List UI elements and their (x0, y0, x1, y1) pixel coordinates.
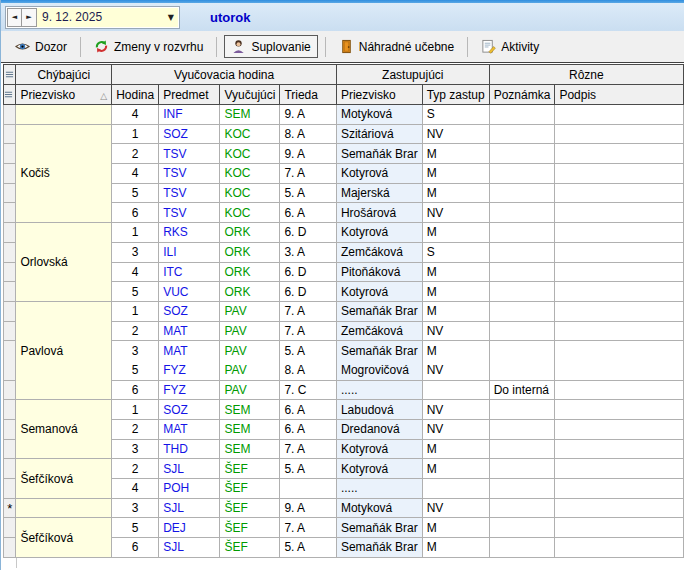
cell-podpis[interactable] (555, 518, 684, 538)
cell-vyucujuci[interactable]: ORK (220, 242, 280, 262)
row-selector[interactable] (4, 144, 16, 164)
cell-poznamka[interactable] (489, 144, 555, 164)
cell-vyucujuci[interactable]: SEM (220, 105, 280, 125)
column-header[interactable]: Trieda (280, 85, 337, 105)
cell-zastupujuci[interactable]: Kotyrová (336, 439, 422, 459)
cell-zastupujuci[interactable]: Pitoňáková (336, 262, 422, 282)
row-selector[interactable] (4, 203, 16, 223)
row-selector[interactable] (4, 164, 16, 184)
cell-podpis[interactable] (555, 183, 684, 203)
cell-zastupujuci[interactable]: Majerská (336, 183, 422, 203)
cell-zastupujuci[interactable]: Motyková (336, 498, 422, 518)
cell-predmet[interactable]: ITC (159, 262, 220, 282)
cell-typ[interactable]: M (422, 262, 489, 282)
cell-poznamka[interactable] (489, 439, 555, 459)
row-selector[interactable] (4, 301, 16, 321)
cell-zastupujuci[interactable]: Hrošárová (336, 203, 422, 223)
cell-trieda[interactable]: 6. A (280, 203, 337, 223)
cell-predmet[interactable]: SJL (159, 498, 220, 518)
cell-hodina[interactable]: 4 (112, 479, 159, 499)
cell-zastupujuci[interactable]: ..... (336, 380, 422, 400)
cell-podpis[interactable] (555, 498, 684, 518)
cell-vyucujuci[interactable]: ŠEF (220, 459, 280, 479)
cell-poznamka[interactable] (489, 360, 555, 380)
cell-predmet[interactable]: DEJ (159, 518, 220, 538)
missing-teacher-cell[interactable]: Semanová (16, 400, 112, 459)
row-selector[interactable] (4, 360, 16, 380)
cell-poznamka[interactable] (489, 203, 555, 223)
cell-predmet[interactable]: MAT (159, 321, 220, 341)
column-header[interactable]: Vyučujúci (220, 85, 280, 105)
cell-vyucujuci[interactable]: KOC (220, 144, 280, 164)
cell-poznamka[interactable] (489, 183, 555, 203)
cell-predmet[interactable]: VUC (159, 282, 220, 302)
cell-typ[interactable] (422, 380, 489, 400)
cell-hodina[interactable]: 4 (112, 105, 159, 125)
cell-vyucujuci[interactable]: KOC (220, 203, 280, 223)
cell-zastupujuci[interactable]: Semaňák Brar (336, 144, 422, 164)
cell-typ[interactable]: M (422, 301, 489, 321)
tab-zmeny-v-rozvrhu[interactable]: Zmeny v rozvrhu (88, 36, 209, 57)
cell-hodina[interactable]: 3 (112, 498, 159, 518)
cell-zastupujuci[interactable]: Kotyrová (336, 282, 422, 302)
row-selector[interactable] (4, 124, 16, 144)
cell-typ[interactable]: S (422, 242, 489, 262)
cell-hodina[interactable]: 5 (112, 360, 159, 380)
cell-zastupujuci[interactable]: Zemčáková (336, 321, 422, 341)
column-header[interactable]: Poznámka (489, 85, 555, 105)
cell-poznamka[interactable] (489, 164, 555, 184)
cell-trieda[interactable]: 8. A (280, 360, 337, 380)
calendar-dropdown-button[interactable]: ▼ (168, 13, 174, 22)
cell-podpis[interactable] (555, 400, 684, 420)
row-selector[interactable] (4, 420, 16, 440)
cell-typ[interactable]: NV (422, 321, 489, 341)
cell-zastupujuci[interactable]: Kotyrová (336, 459, 422, 479)
cell-hodina[interactable]: 5 (112, 518, 159, 538)
cell-trieda[interactable]: 9. A (280, 144, 337, 164)
cell-poznamka[interactable] (489, 321, 555, 341)
missing-teacher-cell[interactable]: Šefčíková (16, 459, 112, 498)
cell-trieda[interactable]: 7. A (280, 439, 337, 459)
cell-trieda[interactable]: 6. A (280, 420, 337, 440)
tab-nahradne-ucebne[interactable]: Náhradné učebne (333, 36, 460, 57)
tab-dozor[interactable]: Dozor (9, 36, 73, 57)
cell-zastupujuci[interactable]: Semaňák Brar (336, 518, 422, 538)
cell-trieda[interactable]: 5. A (280, 183, 337, 203)
row-selector[interactable] (4, 518, 16, 538)
cell-poznamka[interactable] (489, 498, 555, 518)
cell-podpis[interactable] (555, 105, 684, 125)
cell-podpis[interactable] (555, 341, 684, 361)
row-selector[interactable] (4, 459, 16, 479)
cell-vyucujuci[interactable]: ORK (220, 282, 280, 302)
cell-podpis[interactable] (555, 538, 684, 558)
cell-predmet[interactable]: SOZ (159, 400, 220, 420)
cell-vyucujuci[interactable]: PAV (220, 360, 280, 380)
cell-hodina[interactable]: 2 (112, 144, 159, 164)
row-selector[interactable] (4, 262, 16, 282)
prev-day-button[interactable]: ◄ (7, 8, 22, 27)
cell-typ[interactable]: NV (422, 203, 489, 223)
cell-podpis[interactable] (555, 144, 684, 164)
cell-hodina[interactable]: 6 (112, 203, 159, 223)
cell-podpis[interactable] (555, 420, 684, 440)
row-selector[interactable] (4, 479, 16, 499)
cell-predmet[interactable]: INF (159, 105, 220, 125)
row-selector[interactable] (4, 400, 16, 420)
cell-hodina[interactable]: 6 (112, 538, 159, 558)
cell-vyucujuci[interactable]: KOC (220, 183, 280, 203)
row-selector[interactable] (4, 538, 16, 558)
cell-predmet[interactable]: FYZ (159, 360, 220, 380)
cell-typ[interactable]: M (422, 459, 489, 479)
cell-hodina[interactable]: 2 (112, 420, 159, 440)
cell-predmet[interactable]: FYZ (159, 380, 220, 400)
cell-zastupujuci[interactable]: Motyková (336, 105, 422, 125)
cell-trieda[interactable]: 6. D (280, 282, 337, 302)
cell-trieda[interactable]: 6. A (280, 400, 337, 420)
cell-vyucujuci[interactable]: ORK (220, 262, 280, 282)
cell-trieda[interactable]: 3. A (280, 242, 337, 262)
cell-hodina[interactable]: 5 (112, 183, 159, 203)
cell-poznamka[interactable] (489, 301, 555, 321)
cell-typ[interactable]: M (422, 282, 489, 302)
tab-aktivity[interactable]: Aktivity (475, 36, 545, 57)
cell-hodina[interactable]: 1 (112, 124, 159, 144)
